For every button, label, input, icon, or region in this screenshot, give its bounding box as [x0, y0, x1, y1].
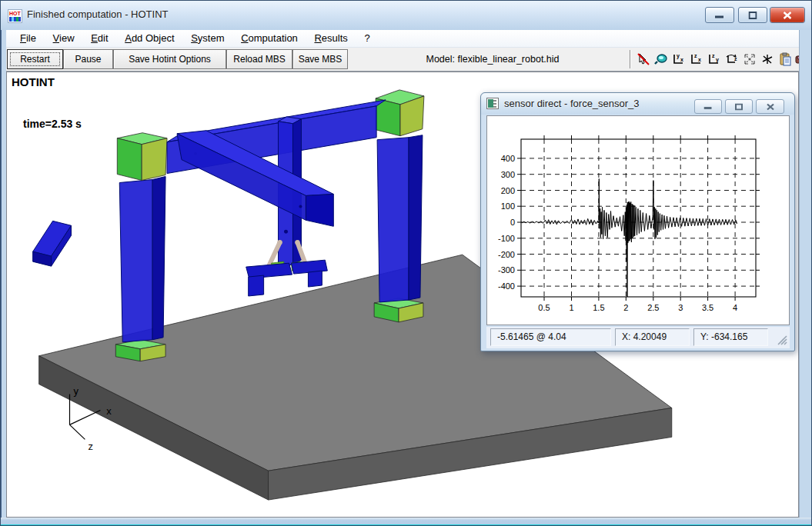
menu-bar: File View Edit Add Object System Computa…	[4, 30, 810, 48]
column-right	[377, 135, 423, 302]
svg-text:2: 2	[623, 303, 628, 312]
window-border-right[interactable]	[799, 30, 812, 525]
menu-view[interactable]: View	[46, 30, 82, 45]
save-hotint-options-button[interactable]: Save Hotint Options	[113, 49, 226, 69]
force-chart[interactable]: 0.511.522.533.544003002001000-100-200-30…	[487, 116, 790, 326]
toolbar-icon-strip: yx zx zy z	[635, 50, 810, 68]
axes-zx-icon[interactable]: zx	[688, 50, 704, 68]
status-value-at-cursor: -5.61465 @ 4.04	[490, 328, 611, 346]
model-filename-label: Model: flexible_linear_robot.hid	[354, 49, 631, 69]
svg-text:z: z	[712, 53, 715, 58]
sensor-window-title-bar[interactable]: sensor direct - force_sensor_3	[481, 93, 794, 115]
copy-clipboard-icon[interactable]	[777, 50, 793, 68]
close-icon	[784, 12, 792, 19]
svg-text:1.5: 1.5	[593, 303, 604, 312]
sensor-minimize-button[interactable]	[694, 99, 722, 114]
svg-text:0.5: 0.5	[538, 303, 550, 312]
viewport-3d[interactable]: y x z HOTINT time=2.53 s sensor direct -…	[6, 72, 799, 518]
menu-add-object[interactable]: Add Object	[118, 30, 181, 45]
status-x-value: X: 4.20049	[615, 328, 690, 346]
minimize-icon	[704, 104, 713, 110]
close-icon	[767, 103, 774, 110]
svg-text:4: 4	[733, 303, 737, 312]
sensor-close-button[interactable]	[756, 99, 784, 114]
close-button[interactable]	[770, 7, 805, 23]
svg-text:y: y	[677, 53, 680, 59]
sensor-status-bar: -5.61465 @ 4.04 X: 4.20049 Y: -634.165	[486, 327, 790, 348]
fit-view-icon[interactable]	[741, 50, 757, 68]
title-bar[interactable]: HOT Finished computation - HOTINT	[1, 1, 811, 30]
maximize-icon	[749, 12, 757, 19]
axis-label-x: x	[106, 405, 112, 417]
sensor-plot-area[interactable]: 0.511.522.533.544003002001000-100-200-30…	[486, 115, 790, 325]
svg-text:100: 100	[501, 201, 515, 211]
top-cube-right	[376, 90, 424, 136]
menu-system[interactable]: System	[184, 30, 231, 45]
svg-text:-100: -100	[498, 234, 515, 243]
minimize-button[interactable]	[705, 7, 734, 23]
simulation-time-label: time=2.53 s	[23, 118, 82, 130]
menu-file[interactable]: File	[13, 30, 43, 45]
no-select-cursor-icon[interactable]	[635, 50, 651, 68]
side-beam-stub	[33, 221, 72, 266]
pause-button[interactable]: Pause	[63, 49, 113, 69]
hotint-watermark: HOTINT	[12, 75, 55, 88]
axes-zy-icon[interactable]: zy	[706, 50, 722, 68]
menu-results[interactable]: Results	[307, 30, 354, 45]
svg-text:0: 0	[510, 218, 515, 227]
svg-text:y: y	[716, 57, 719, 63]
axis-label-y: y	[73, 385, 79, 397]
svg-text:3: 3	[678, 303, 683, 312]
chart-window-icon	[486, 98, 499, 109]
svg-text:3.5: 3.5	[702, 303, 713, 312]
svg-text:z: z	[734, 56, 737, 62]
status-y-value: Y: -634.165	[693, 328, 768, 346]
axis-label-z: z	[88, 441, 92, 452]
window-border-bottom[interactable]	[1, 518, 811, 526]
svg-text:x: x	[698, 57, 701, 62]
main-window: HOT Finished computation - HOTINT File V…	[0, 0, 812, 526]
maximize-icon	[735, 103, 743, 110]
toolbar-separator	[630, 50, 631, 68]
svg-text:x: x	[680, 57, 683, 62]
svg-text:300: 300	[501, 170, 515, 179]
svg-text:200: 200	[501, 186, 515, 195]
sensor-window[interactable]: sensor direct - force_sensor_3 0.511.522…	[480, 92, 795, 351]
maximize-button[interactable]	[738, 7, 767, 23]
column-left	[119, 177, 165, 342]
toolbar: Restart Pause Save Hotint Options Reload…	[4, 48, 810, 72]
resize-grip[interactable]	[777, 335, 788, 346]
menu-computation[interactable]: Computation	[234, 30, 305, 45]
svg-text:2.5: 2.5	[647, 303, 659, 312]
svg-text:400: 400	[501, 154, 515, 163]
standard-view-axes-icon[interactable]	[759, 50, 775, 68]
svg-text:-200: -200	[498, 250, 515, 259]
base-cube-left	[115, 340, 165, 361]
minimize-icon	[715, 12, 724, 18]
menu-help[interactable]: ?	[357, 30, 376, 45]
hotint-logo-icon: HOT	[8, 9, 22, 23]
menu-edit[interactable]: Edit	[84, 30, 115, 45]
save-mbs-button[interactable]: Save MBS	[292, 49, 348, 69]
axes-yx-icon[interactable]: yx	[670, 50, 687, 68]
svg-text:z: z	[694, 53, 697, 58]
reload-mbs-button[interactable]: Reload MBS	[226, 49, 292, 69]
zoom-magnifier-icon[interactable]	[653, 50, 669, 68]
window-title: Finished computation - HOTINT	[27, 8, 169, 20]
window-border-left[interactable]	[1, 30, 6, 525]
sensor-window-title: sensor direct - force_sensor_3	[504, 98, 640, 109]
svg-text:-300: -300	[498, 265, 515, 275]
top-cube-left	[117, 133, 167, 181]
restart-button[interactable]: Restart	[7, 49, 63, 69]
svg-text:-400: -400	[498, 281, 515, 291]
rotate-axes-icon[interactable]: z	[723, 50, 740, 68]
svg-text:1: 1	[569, 303, 573, 312]
sensor-maximize-button[interactable]	[725, 99, 753, 114]
